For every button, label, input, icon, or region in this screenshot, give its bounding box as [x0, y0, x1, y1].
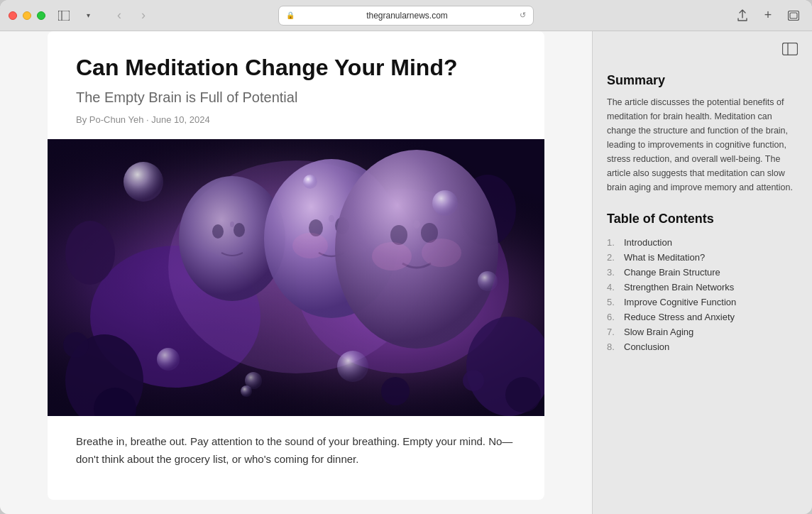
address-bar[interactable]: 🔒 thegranularnews.com ↺ — [278, 6, 534, 26]
svg-point-25 — [335, 150, 498, 349]
svg-point-17 — [234, 223, 245, 237]
toc-item-label: Improve Cognitive Function — [624, 297, 736, 307]
hero-image-bg — [48, 139, 544, 416]
address-bar-container: 🔒 thegranularnews.com ↺ — [278, 6, 534, 26]
svg-point-35 — [157, 348, 180, 371]
main-area: Can Meditation Change Your Mind? The Emp… — [0, 31, 812, 514]
hero-svg — [48, 139, 544, 416]
svg-point-39 — [63, 332, 89, 358]
article-title: Can Meditation Change Your Mind? — [76, 54, 516, 81]
toc-item-label: Strengthen Brain Networks — [624, 282, 734, 292]
svg-point-43 — [463, 370, 484, 391]
traffic-lights — [9, 11, 45, 20]
toc-item-label: Reduce Stress and Anxiety — [624, 312, 735, 322]
dropdown-button[interactable]: ▾ — [78, 7, 98, 24]
toc-item-label: What is Meditation? — [624, 252, 705, 263]
svg-point-32 — [337, 351, 368, 382]
toc-item-label: Change Brain Structure — [624, 267, 720, 278]
svg-point-16 — [212, 224, 224, 239]
article-card: Can Meditation Change Your Mind? The Emp… — [48, 31, 544, 500]
toc-item-label: Introduction — [624, 237, 672, 248]
sidebar-icon-area — [607, 43, 798, 59]
reload-icon[interactable]: ↺ — [520, 11, 526, 20]
svg-point-31 — [124, 162, 163, 202]
svg-point-34 — [478, 271, 498, 291]
toc-item-num: 2. — [607, 252, 620, 263]
svg-rect-0 — [58, 11, 70, 21]
article-area[interactable]: Can Meditation Change Your Mind? The Emp… — [0, 31, 592, 514]
sidebar-toggle-button[interactable] — [54, 7, 74, 24]
svg-rect-44 — [783, 43, 798, 55]
svg-point-42 — [241, 386, 252, 397]
svg-point-29 — [372, 242, 412, 270]
toc-item-num: 4. — [607, 282, 620, 292]
toc-item[interactable]: 1.Introduction — [607, 235, 798, 250]
summary-title: Summary — [607, 73, 798, 88]
toc-item[interactable]: 8.Conclusion — [607, 339, 798, 354]
svg-point-40 — [505, 377, 541, 412]
new-tab-button[interactable]: + — [758, 7, 778, 24]
svg-point-18 — [230, 222, 234, 227]
toc-item-label: Conclusion — [624, 341, 669, 352]
byline-author: By Po-Chun Yeh — [76, 114, 143, 125]
article-byline: By Po-Chun Yeh · June 10, 2024 — [76, 114, 516, 125]
article-header: Can Meditation Change Your Mind? The Emp… — [48, 31, 544, 139]
svg-point-37 — [381, 377, 410, 405]
tabs-overview-button[interactable] — [784, 7, 803, 24]
article-body-text: Breathe in, breathe out. Pay attention t… — [76, 433, 516, 469]
toc-title: Table of Contents — [607, 212, 798, 226]
toc-item[interactable]: 3.Change Brain Structure — [607, 265, 798, 280]
toolbar-right: + — [733, 7, 803, 24]
svg-point-28 — [413, 220, 420, 229]
toc-item[interactable]: 5.Improve Cognitive Function — [607, 295, 798, 310]
share-button[interactable] — [733, 7, 752, 24]
toc-list: 1.Introduction2.What is Meditation?3.Cha… — [607, 235, 798, 354]
svg-point-22 — [329, 215, 334, 222]
toc-item[interactable]: 6.Reduce Stress and Anxiety — [607, 310, 798, 324]
reader-sidebar: Summary The article discusses the potent… — [592, 31, 812, 514]
close-button[interactable] — [9, 11, 17, 20]
maximize-button[interactable] — [37, 11, 45, 20]
toc-item-label: Slow Brain Aging — [624, 327, 693, 337]
url-text: thegranularnews.com — [299, 11, 515, 21]
nav-buttons: ‹ › — [109, 7, 153, 24]
summary-text: The article discusses the potential bene… — [607, 95, 798, 195]
byline-date: June 10, 2024 — [151, 114, 209, 125]
toc-item-num: 1. — [607, 237, 620, 248]
svg-point-41 — [303, 175, 317, 189]
toolbar-left: ▾ — [54, 7, 98, 24]
toc-item[interactable]: 7.Slow Brain Aging — [607, 324, 798, 339]
toc-item-num: 8. — [607, 341, 620, 352]
article-hero-image — [48, 139, 544, 416]
svg-point-23 — [292, 233, 328, 258]
forward-button[interactable]: › — [133, 7, 153, 24]
titlebar: ▾ ‹ › 🔒 thegranularnews.com ↺ + — [0, 0, 812, 31]
browser-window: ▾ ‹ › 🔒 thegranularnews.com ↺ + — [0, 0, 812, 514]
toc-item[interactable]: 4.Strengthen Brain Networks — [607, 280, 798, 295]
back-button[interactable]: ‹ — [109, 7, 129, 24]
svg-rect-3 — [790, 13, 797, 18]
lock-icon: 🔒 — [286, 11, 295, 19]
minimize-button[interactable] — [23, 11, 31, 20]
toc-item-num: 3. — [607, 267, 620, 278]
svg-point-30 — [422, 239, 461, 267]
toc-item-num: 6. — [607, 312, 620, 322]
reader-view-toggle[interactable] — [782, 43, 798, 59]
svg-point-14 — [65, 221, 115, 285]
toc-item[interactable]: 2.What is Meditation? — [607, 250, 798, 265]
toc-item-num: 7. — [607, 327, 620, 337]
svg-point-26 — [390, 225, 407, 245]
article-body: Breathe in, breathe out. Pay attention t… — [48, 416, 544, 486]
article-subtitle: The Empty Brain is Full of Potential — [76, 89, 516, 106]
svg-point-33 — [432, 190, 458, 216]
toc-item-num: 5. — [607, 297, 620, 307]
